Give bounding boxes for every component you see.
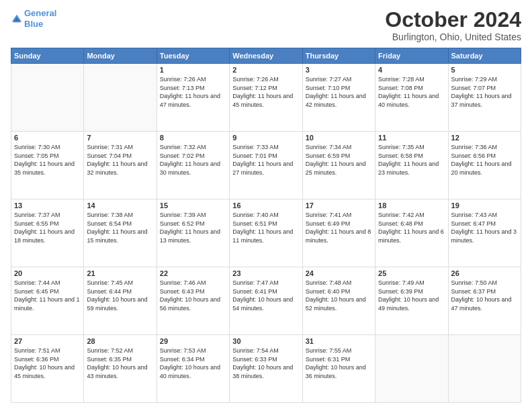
day-info: Sunrise: 7:40 AMSunset: 6:51 PMDaylight:…: [232, 211, 299, 244]
day-number: 21: [87, 269, 153, 277]
logo: General Blue: [11, 8, 56, 29]
day-number: 10: [306, 134, 372, 142]
day-number: 28: [87, 337, 153, 345]
day-number: 4: [378, 66, 445, 74]
month-title: October 2024: [385, 8, 521, 32]
day-info: Sunrise: 7:42 AMSunset: 6:48 PMDaylight:…: [378, 211, 445, 244]
day-number: 6: [14, 134, 81, 142]
day-info: Sunrise: 7:33 AMSunset: 7:01 PMDaylight:…: [232, 143, 299, 177]
calendar-cell: [11, 64, 84, 132]
calendar-week-row: 20Sunrise: 7:44 AMSunset: 6:45 PMDayligh…: [11, 267, 521, 335]
calendar-table: SundayMondayTuesdayWednesdayThursdayFrid…: [11, 48, 521, 403]
day-number: 14: [87, 201, 153, 210]
dow-header: Wednesday: [230, 48, 302, 64]
day-info: Sunrise: 7:27 AMSunset: 7:10 PMDaylight:…: [306, 75, 372, 109]
logo-line1: General: [24, 8, 56, 18]
day-info: Sunrise: 7:26 AMSunset: 7:13 PMDaylight:…: [160, 75, 226, 109]
day-number: 5: [451, 66, 518, 74]
calendar-cell: 4Sunrise: 7:28 AMSunset: 7:08 PMDaylight…: [375, 64, 448, 132]
day-number: 16: [232, 201, 299, 210]
day-number: 31: [306, 337, 372, 345]
day-number: 20: [14, 269, 81, 277]
day-info: Sunrise: 7:47 AMSunset: 6:41 PMDaylight:…: [232, 279, 299, 312]
calendar-week-row: 1Sunrise: 7:26 AMSunset: 7:13 PMDaylight…: [11, 64, 521, 132]
day-number: 2: [232, 66, 299, 74]
calendar-cell: 6Sunrise: 7:30 AMSunset: 7:05 PMDaylight…: [11, 132, 84, 199]
day-info: Sunrise: 7:48 AMSunset: 6:40 PMDaylight:…: [306, 279, 372, 312]
calendar-cell: 11Sunrise: 7:35 AMSunset: 6:58 PMDayligh…: [375, 132, 448, 199]
day-info: Sunrise: 7:34 AMSunset: 6:59 PMDaylight:…: [306, 143, 372, 177]
dow-header: Saturday: [448, 48, 521, 64]
day-number: 26: [451, 269, 518, 277]
day-info: Sunrise: 7:51 AMSunset: 6:36 PMDaylight:…: [14, 347, 81, 380]
dow-header: Friday: [375, 48, 448, 64]
day-number: 11: [378, 134, 445, 142]
day-number: 15: [160, 201, 226, 210]
calendar-cell: 15Sunrise: 7:39 AMSunset: 6:52 PMDayligh…: [157, 199, 229, 267]
calendar-cell: 10Sunrise: 7:34 AMSunset: 6:59 PMDayligh…: [302, 132, 375, 199]
day-number: 25: [378, 269, 445, 277]
day-info: Sunrise: 7:55 AMSunset: 6:31 PMDaylight:…: [306, 347, 372, 380]
location-title: Burlington, Ohio, United States: [385, 32, 521, 42]
calendar-cell: 28Sunrise: 7:52 AMSunset: 6:35 PMDayligh…: [84, 335, 157, 403]
day-info: Sunrise: 7:37 AMSunset: 6:55 PMDaylight:…: [14, 211, 81, 244]
day-info: Sunrise: 7:36 AMSunset: 6:56 PMDaylight:…: [451, 143, 518, 177]
day-info: Sunrise: 7:35 AMSunset: 6:58 PMDaylight:…: [378, 143, 445, 177]
calendar-cell: 7Sunrise: 7:31 AMSunset: 7:04 PMDaylight…: [84, 132, 157, 199]
day-info: Sunrise: 7:54 AMSunset: 6:33 PMDaylight:…: [232, 347, 299, 380]
day-number: 13: [14, 201, 81, 210]
calendar-cell: 9Sunrise: 7:33 AMSunset: 7:01 PMDaylight…: [230, 132, 302, 199]
calendar-cell: 18Sunrise: 7:42 AMSunset: 6:48 PMDayligh…: [375, 199, 448, 267]
calendar-cell: 19Sunrise: 7:43 AMSunset: 6:47 PMDayligh…: [448, 199, 521, 267]
calendar-cell: 12Sunrise: 7:36 AMSunset: 6:56 PMDayligh…: [448, 132, 521, 199]
calendar-week-row: 13Sunrise: 7:37 AMSunset: 6:55 PMDayligh…: [11, 199, 521, 267]
day-info: Sunrise: 7:38 AMSunset: 6:54 PMDaylight:…: [87, 211, 153, 244]
day-info: Sunrise: 7:29 AMSunset: 7:07 PMDaylight:…: [451, 75, 518, 109]
calendar-body: 1Sunrise: 7:26 AMSunset: 7:13 PMDaylight…: [11, 64, 521, 403]
calendar-cell: 24Sunrise: 7:48 AMSunset: 6:40 PMDayligh…: [302, 267, 375, 335]
day-info: Sunrise: 7:28 AMSunset: 7:08 PMDaylight:…: [378, 75, 445, 109]
calendar-cell: 8Sunrise: 7:32 AMSunset: 7:02 PMDaylight…: [157, 132, 229, 199]
calendar-cell: 20Sunrise: 7:44 AMSunset: 6:45 PMDayligh…: [11, 267, 84, 335]
day-number: 3: [306, 66, 372, 74]
day-number: 7: [87, 134, 153, 142]
calendar-cell: 23Sunrise: 7:47 AMSunset: 6:41 PMDayligh…: [230, 267, 302, 335]
calendar-cell: 25Sunrise: 7:49 AMSunset: 6:39 PMDayligh…: [375, 267, 448, 335]
calendar-cell: 1Sunrise: 7:26 AMSunset: 7:13 PMDaylight…: [157, 64, 229, 132]
day-number: 29: [160, 337, 226, 345]
day-info: Sunrise: 7:31 AMSunset: 7:04 PMDaylight:…: [87, 143, 153, 177]
dow-header: Sunday: [11, 48, 84, 64]
calendar-cell: 22Sunrise: 7:46 AMSunset: 6:43 PMDayligh…: [157, 267, 229, 335]
dow-header: Monday: [84, 48, 157, 64]
day-number: 23: [232, 269, 299, 277]
day-info: Sunrise: 7:50 AMSunset: 6:37 PMDaylight:…: [451, 279, 518, 312]
day-number: 1: [160, 66, 226, 74]
calendar-cell: 3Sunrise: 7:27 AMSunset: 7:10 PMDaylight…: [302, 64, 375, 132]
day-number: 22: [160, 269, 226, 277]
day-number: 17: [306, 201, 372, 210]
day-number: 27: [14, 337, 81, 345]
day-info: Sunrise: 7:32 AMSunset: 7:02 PMDaylight:…: [160, 143, 226, 177]
day-number: 8: [160, 134, 226, 142]
calendar-cell: 21Sunrise: 7:45 AMSunset: 6:44 PMDayligh…: [84, 267, 157, 335]
calendar-cell: 14Sunrise: 7:38 AMSunset: 6:54 PMDayligh…: [84, 199, 157, 267]
day-info: Sunrise: 7:44 AMSunset: 6:45 PMDaylight:…: [14, 279, 81, 312]
day-info: Sunrise: 7:49 AMSunset: 6:39 PMDaylight:…: [378, 279, 445, 312]
page: General Blue October 2024 Burlington, Oh…: [0, 0, 532, 411]
day-info: Sunrise: 7:52 AMSunset: 6:35 PMDaylight:…: [87, 347, 153, 380]
day-number: 9: [232, 134, 299, 142]
dow-header: Tuesday: [157, 48, 229, 64]
calendar-cell: [84, 64, 157, 132]
calendar-cell: [375, 335, 448, 403]
day-info: Sunrise: 7:45 AMSunset: 6:44 PMDaylight:…: [87, 279, 153, 312]
day-info: Sunrise: 7:30 AMSunset: 7:05 PMDaylight:…: [14, 143, 81, 177]
calendar-week-row: 6Sunrise: 7:30 AMSunset: 7:05 PMDaylight…: [11, 132, 521, 199]
calendar-cell: 30Sunrise: 7:54 AMSunset: 6:33 PMDayligh…: [230, 335, 302, 403]
day-number: 30: [232, 337, 299, 345]
header: General Blue October 2024 Burlington, Oh…: [11, 8, 521, 42]
day-info: Sunrise: 7:39 AMSunset: 6:52 PMDaylight:…: [160, 211, 226, 244]
day-number: 12: [451, 134, 518, 142]
day-info: Sunrise: 7:26 AMSunset: 7:12 PMDaylight:…: [232, 75, 299, 109]
calendar-cell: 27Sunrise: 7:51 AMSunset: 6:36 PMDayligh…: [11, 335, 84, 403]
dow-header: Thursday: [302, 48, 375, 64]
